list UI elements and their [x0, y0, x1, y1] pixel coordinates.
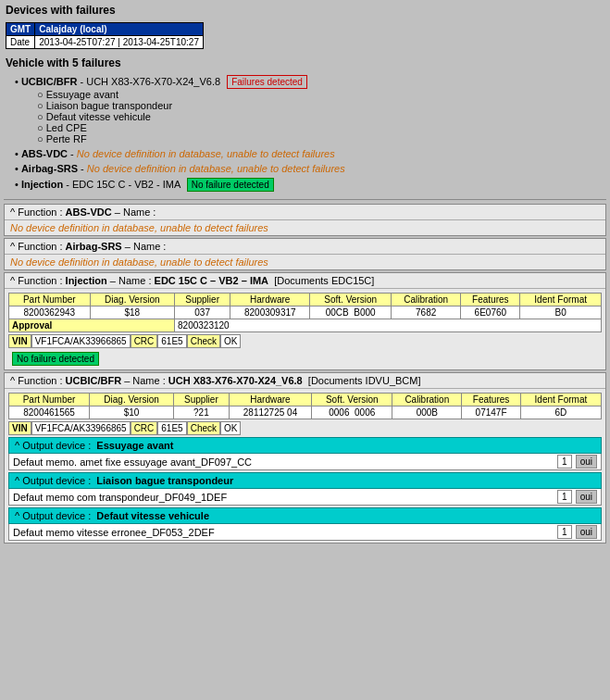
function-ucbic: ^ Function : UCBIC/BFR – Name : UCH X83-… [4, 372, 606, 544]
vin-row: VIN VF1FCA/AK33966865 CRC 61E5 Check OK [8, 334, 602, 348]
col-header: Calibration [392, 394, 462, 406]
no-failure-badge-injection: No failure detected [187, 178, 274, 192]
check-value: OK [220, 334, 241, 348]
cell: 8200309317 [230, 306, 310, 319]
cell: ?21 [174, 406, 230, 419]
cell: 037 [175, 306, 230, 319]
output-device-header-essuyage: ^ Output device : Essuyage avant [8, 437, 602, 454]
cell: 0006 0006 [312, 406, 392, 419]
list-item: ○ Liaison bague transpondeur [37, 100, 595, 111]
failure-desc: Defaut memo. amet fixe essuyage avant_DF… [13, 456, 252, 468]
vehicle-title: Vehicle with 5 failures [0, 53, 610, 71]
cell: $18 [90, 306, 174, 319]
airbag-name: Airbag-SRS - [21, 163, 87, 174]
col-header: Hardware [229, 394, 311, 406]
ucbic-check-value: OK [220, 421, 241, 435]
injection-content: Part Number Diag. Version Supplier Hardw… [5, 289, 605, 369]
col-header: Soft. Version [310, 294, 392, 306]
injection-name: Injection - EDC 15C C - VB2 - IMA [21, 179, 181, 190]
crc-label: CRC [131, 334, 158, 348]
ucbic-sub-items: ○ Essuyage avant ○ Liaison bague transpo… [15, 89, 595, 144]
device-item-ucbic: • UCBIC/BFR - UCH X83-X76-X70-X24_V6.8 F… [15, 73, 595, 146]
abs-error: No device definition in database, unable… [5, 220, 605, 235]
col-header: Part Number [9, 394, 90, 406]
ucbic-name: UCBIC/BFR - UCH X83-X76-X70-X24_V6.8 [21, 76, 220, 87]
table-row: 8200461565 $10 ?21 28112725 04 0006 0006… [9, 406, 602, 419]
ucbic-vin-value: VF1FCA/AK33966865 [31, 421, 131, 435]
cell: $10 [90, 406, 174, 419]
local-header: Calajday (local) [35, 23, 204, 36]
failure-count: 1 [557, 455, 572, 469]
cell: 7682 [391, 306, 460, 319]
output-device-row-essuyage: Defaut memo. amet fixe essuyage avant_DF… [8, 454, 602, 470]
device-list: • UCBIC/BFR - UCH X83-X76-X70-X24_V6.8 F… [0, 71, 610, 195]
cell: 000B [392, 406, 462, 419]
cell: B0 [520, 306, 602, 319]
col-header: Diag. Version [90, 294, 174, 306]
output-device-header-vitesse: ^ Output device : Defaut vitesse vehicul… [8, 507, 602, 524]
col-header: Calibration [391, 294, 460, 306]
col-header: Supplier [174, 394, 230, 406]
failure-status: oui [576, 525, 597, 539]
output-device-row-liaison: Defaut memo com transpondeur_DF049_1DEF … [8, 489, 602, 506]
abs-name: ABS-VDC - [21, 148, 77, 159]
divider [4, 199, 606, 200]
function-abs-header: ^ Function : ABS-VDC – Name : [5, 205, 605, 220]
crc-value: 61E5 [157, 334, 186, 348]
gmt-value: 2013-04-25T07:27 | 2013-04-25T10:27 [35, 36, 204, 49]
ucbic-crc-label: CRC [131, 421, 158, 435]
function-injection-header: ^ Function : Injection – Name : EDC 15C … [5, 273, 605, 289]
col-header: Features [462, 394, 521, 406]
section-title: Devices with failures [0, 0, 610, 19]
device-item-injection: • Injection - EDC 15C C - VB2 - IMA No f… [15, 176, 595, 194]
function-airbag-header: ^ Function : Airbag-SRS – Name : [5, 239, 605, 255]
failure-count: 1 [557, 490, 572, 504]
failure-status: oui [576, 455, 597, 469]
airbag-no-db: No device definition in database, unable… [87, 163, 345, 174]
failure-desc: Defaut memo vitesse erronee_DF053_2DEF [13, 527, 215, 538]
gmt-row-label: Date [6, 36, 35, 49]
ucbic-vin-label: VIN [8, 421, 31, 435]
list-item: ○ Essuyage avant [37, 89, 595, 100]
list-item: ○ Perte RF [37, 133, 595, 144]
list-item: ○ Defaut vitesse vehicule [37, 111, 595, 122]
approval-row: Approval 8200323120 [9, 319, 602, 332]
function-injection: ^ Function : Injection – Name : EDC 15C … [4, 272, 606, 370]
ucbic-table: Part Number Diag. Version Supplier Hardw… [8, 393, 602, 419]
device-item-airbag: • Airbag-SRS - No device definition in d… [15, 161, 595, 176]
device-item-abs: • ABS-VDC - No device definition in data… [15, 146, 595, 161]
injection-table: Part Number Diag. Version Supplier Hardw… [8, 293, 602, 332]
cell: 07147F [462, 406, 521, 419]
cell: 00CB B000 [310, 306, 392, 319]
cell: 6E0760 [461, 306, 520, 319]
gmt-header: GMT [6, 23, 35, 36]
cell: 6D [520, 406, 601, 419]
approval-value-cell: 8200323120 [175, 319, 602, 332]
failure-status: oui [576, 490, 597, 504]
vin-label: VIN [8, 334, 31, 348]
function-abs-vdc: ^ Function : ABS-VDC – Name : No device … [4, 204, 606, 236]
col-header: Part Number [9, 294, 91, 306]
ucbic-crc-value: 61E5 [157, 421, 186, 435]
col-header: Ident Format [520, 394, 601, 406]
gmt-table: GMT Calajday (local) Date 2013-04-25T07:… [6, 22, 204, 49]
col-header: Features [461, 294, 520, 306]
cell: 8200461565 [9, 406, 90, 419]
list-item: ○ Led CPE [37, 122, 595, 133]
no-failure-badge-inj: No failure detected [12, 352, 99, 366]
ucbic-vin-row: VIN VF1FCA/AK33966865 CRC 61E5 Check OK [8, 421, 602, 435]
abs-no-db: No device definition in database, unable… [77, 148, 335, 159]
failure-count: 1 [557, 525, 572, 539]
failures-badge: Failures detected [227, 75, 307, 89]
col-header: Supplier [175, 294, 230, 306]
table-row: 8200362943 $18 037 8200309317 00CB B000 … [9, 306, 602, 319]
col-header: Hardware [230, 294, 310, 306]
function-ucbic-header: ^ Function : UCBIC/BFR – Name : UCH X83-… [5, 373, 605, 389]
approval-label-cell: Approval [9, 319, 175, 332]
cell: 28112725 04 [229, 406, 311, 419]
col-header: Diag. Version [90, 394, 174, 406]
ucbic-content: Part Number Diag. Version Supplier Hardw… [5, 389, 605, 543]
check-label: Check [187, 334, 220, 348]
cell: 8200362943 [9, 306, 91, 319]
vin-value: VF1FCA/AK33966865 [31, 334, 131, 348]
